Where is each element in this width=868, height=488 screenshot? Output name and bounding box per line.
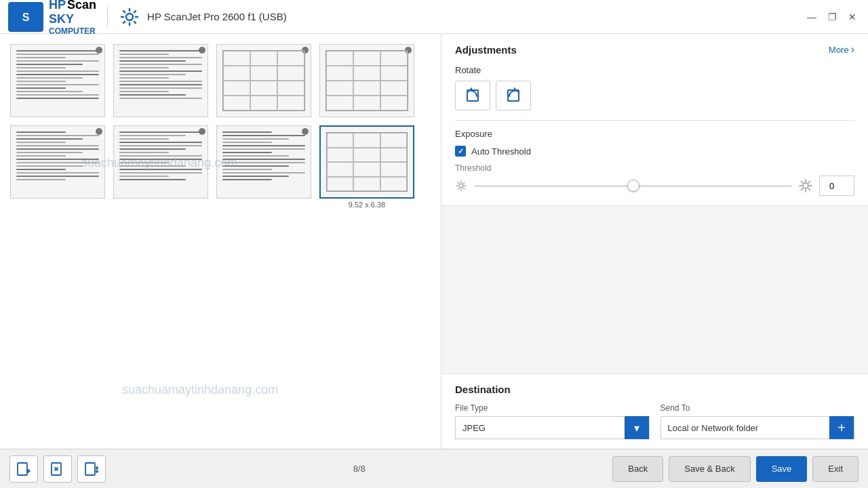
svg-line-11 <box>464 188 465 190</box>
logo-text: HP Scan SKY COMPUTER <box>49 0 96 36</box>
svg-line-22 <box>802 188 803 190</box>
thumbnail-item: 9.52 x 6.38 <box>319 125 414 209</box>
destination-section: Destination File Type JPEG ▾ Send To Loc… <box>441 373 868 449</box>
svg-rect-29 <box>85 463 95 475</box>
svg-point-2 <box>126 14 133 20</box>
thumbnail-4[interactable] <box>319 44 414 117</box>
thumbnail-2[interactable] <box>113 44 208 117</box>
threshold-slider[interactable] <box>474 179 792 192</box>
exposure-label: Exposure <box>455 129 854 139</box>
gear-icon <box>119 6 140 28</box>
adjustments-header: Adjustments More › <box>455 43 854 56</box>
send-to-group: Send To Local or Network folder + <box>660 403 855 439</box>
thumbnail-item <box>10 125 105 209</box>
svg-line-12 <box>464 182 465 184</box>
rotate-section: Rotate <box>455 65 854 110</box>
exit-button[interactable]: Exit <box>812 456 859 482</box>
thumbnail-item <box>319 44 414 117</box>
thumbnail-8[interactable] <box>319 125 414 199</box>
svg-rect-23 <box>18 463 27 475</box>
send-to-label: Send To <box>660 403 855 413</box>
logo-hp: HP <box>49 0 66 12</box>
threshold-row: 0 <box>455 176 854 196</box>
auto-threshold-checkbox[interactable] <box>455 146 466 157</box>
page-counter: 8/8 <box>111 464 607 474</box>
title-bar: S HP Scan SKY COMPUTER HP ScanJet Pro 26… <box>0 0 868 34</box>
svg-line-21 <box>808 182 810 183</box>
rotate-right-button[interactable] <box>496 81 531 110</box>
sun-large-icon <box>799 179 812 192</box>
back-button[interactable]: Back <box>612 456 663 482</box>
sun-small-icon <box>455 180 467 192</box>
svg-text:S: S <box>22 12 30 23</box>
svg-line-19 <box>802 182 803 183</box>
svg-point-5 <box>459 184 463 188</box>
thumbnail-5[interactable] <box>10 125 105 199</box>
thumbnail-3[interactable] <box>216 44 311 117</box>
right-panel: Adjustments More › Rotate <box>441 34 868 449</box>
thumbnail-size: 9.52 x 6.38 <box>349 201 385 209</box>
title-divider <box>107 7 108 27</box>
more-label: More <box>829 45 849 55</box>
file-type-group: File Type JPEG ▾ <box>455 403 650 439</box>
adjustments-section: Adjustments More › Rotate <box>441 34 868 206</box>
send-to-value: Local or Network folder <box>661 423 830 433</box>
send-to-add-button[interactable]: + <box>829 416 854 439</box>
logo-sky: SKY <box>49 12 74 26</box>
bottom-bar: 8/8 Back Save & Back Save Exit <box>0 449 868 488</box>
more-link[interactable]: More › <box>829 43 854 56</box>
thumbnail-item <box>216 125 311 209</box>
thumbnail-7[interactable] <box>216 125 311 199</box>
scanner-info: HP ScanJet Pro 2600 f1 (USB) <box>119 6 287 28</box>
thumbnail-item <box>113 125 208 209</box>
destination-row: File Type JPEG ▾ Send To Local or Networ… <box>455 403 854 439</box>
logo-scan: Scan <box>67 0 96 12</box>
main-layout: 9.52 x 6.38 Adjustments More › Rotate <box>0 34 868 449</box>
scanner-name: HP ScanJet Pro 2600 f1 (USB) <box>147 11 287 22</box>
thumbnail-1[interactable] <box>10 44 105 117</box>
save-button[interactable]: Save <box>756 456 808 482</box>
delete-page-icon <box>50 462 65 476</box>
destination-title: Destination <box>455 384 854 395</box>
thumbnail-6[interactable] <box>113 125 208 199</box>
chevron-right-icon: › <box>851 43 854 56</box>
separator <box>455 120 854 121</box>
svg-line-13 <box>458 188 459 190</box>
svg-point-14 <box>803 183 808 188</box>
restore-button[interactable]: ❐ <box>825 9 840 24</box>
save-back-button[interactable]: Save & Back <box>669 456 750 482</box>
window-controls[interactable]: — ❐ ✕ <box>804 9 860 24</box>
svg-line-20 <box>808 188 810 190</box>
close-button[interactable]: ✕ <box>845 9 860 24</box>
rotate-left-button[interactable] <box>455 81 490 110</box>
add-page-icon <box>16 462 31 476</box>
file-type-arrow[interactable]: ▾ <box>625 416 649 439</box>
rotate-buttons <box>455 81 854 110</box>
rotate-left-icon <box>463 86 482 105</box>
thumbnail-item <box>10 44 105 117</box>
adjustments-title: Adjustments <box>455 44 517 56</box>
rotate-label: Rotate <box>455 65 854 75</box>
minimize-button[interactable]: — <box>804 9 819 24</box>
thumbnail-item <box>216 44 311 117</box>
exposure-section: Exposure Auto Threshold Threshold <box>455 129 854 196</box>
right-spacer <box>441 206 868 373</box>
file-type-label: File Type <box>455 403 650 413</box>
thumbnails-panel: 9.52 x 6.38 <box>0 34 441 449</box>
auto-threshold-row: Auto Threshold <box>455 146 854 157</box>
thumbnail-item <box>113 44 208 117</box>
file-type-value: JPEG <box>456 423 625 433</box>
move-page-icon <box>84 462 99 476</box>
threshold-label: Threshold <box>455 163 854 173</box>
app-logo: S HP Scan SKY COMPUTER <box>8 0 96 36</box>
send-to-field[interactable]: Local or Network folder + <box>660 416 855 439</box>
add-page-button[interactable] <box>9 455 38 483</box>
logo-icon: S <box>8 2 43 32</box>
delete-page-button[interactable] <box>43 455 72 483</box>
rotate-right-icon <box>504 86 523 105</box>
svg-line-10 <box>458 182 459 184</box>
threshold-input[interactable]: 0 <box>819 176 854 196</box>
auto-threshold-label: Auto Threshold <box>471 146 531 157</box>
move-page-button[interactable] <box>77 455 106 483</box>
file-type-dropdown[interactable]: JPEG ▾ <box>455 416 650 439</box>
